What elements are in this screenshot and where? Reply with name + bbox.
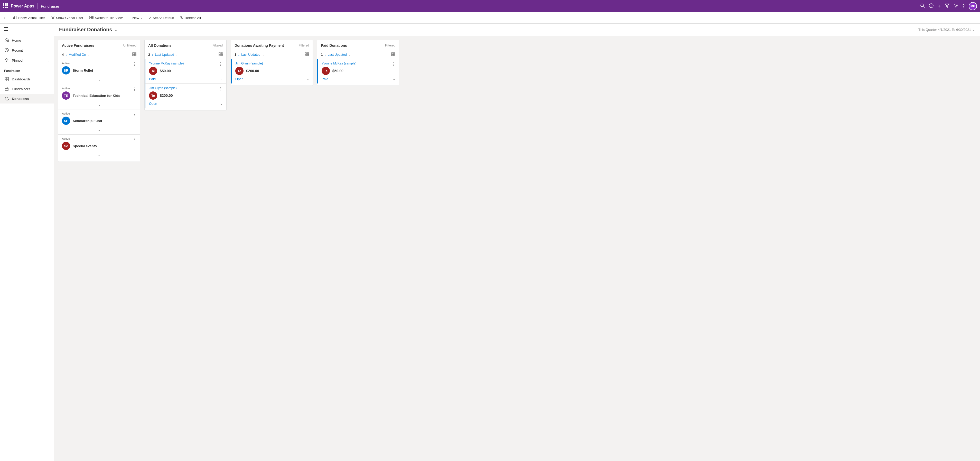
donation-donor-donation-1[interactable]: Yvonne McKay (sample) — [149, 62, 223, 65]
card-status-special-events: Active — [62, 137, 137, 140]
list-item: Yvonne McKay (sample) ⋮ Te $50.00 Paid ⌄ — [317, 59, 399, 83]
card-name-storm-relief[interactable]: Storm Relief — [73, 68, 93, 72]
card-expand-chevron-icon[interactable]: ⌄ — [98, 78, 101, 81]
fundraisers-icon — [4, 86, 9, 91]
donation-status-paid-1[interactable]: Paid — [321, 77, 328, 81]
question-icon[interactable]: ? — [962, 4, 964, 8]
set-as-default-button[interactable]: ✓ Set As Default — [146, 14, 177, 21]
cards-all-donations: Yvonne McKay (sample) ⋮ Te $50.00 Paid ⌄… — [145, 59, 226, 110]
sidebar-item-recent[interactable]: Recent ⌄ — [0, 46, 54, 56]
sort-label-active-fundraisers[interactable]: Modified On — [68, 53, 86, 57]
chart-icon — [13, 16, 17, 20]
card-body-donation-2: Te $200.00 — [149, 91, 223, 100]
donation-status-row-donation-1: Paid ⌄ — [149, 77, 223, 81]
card-name-scholarship-fund[interactable]: Scholarship Fund — [73, 119, 102, 123]
donation-expand-icon[interactable]: ⌄ — [307, 77, 309, 81]
top-bar: Power Apps Fundraiser ? + ? MP — [0, 0, 980, 12]
donation-donor-paid-1[interactable]: Yvonne McKay (sample) — [321, 62, 395, 65]
svg-rect-8 — [6, 7, 8, 8]
card-more-icon[interactable]: ⋮ — [132, 62, 137, 67]
sort-down-arrow-icon[interactable]: ↓ — [238, 52, 240, 57]
sidebar-item-pinned[interactable]: Pinned ⌄ — [0, 56, 54, 65]
show-global-filter-button[interactable]: Show Global Filter — [49, 14, 86, 22]
kanban-col-donations-awaiting-payment: Donations Awaiting Payment Filtered 1 ↓ … — [231, 40, 313, 86]
donation-status-awaiting-1[interactable]: Open — [235, 77, 243, 81]
svg-rect-19 — [90, 16, 91, 17]
card-expand-row: ⌄ — [62, 127, 137, 132]
card-more-icon[interactable]: ⋮ — [219, 86, 223, 91]
card-more-icon[interactable]: ⋮ — [219, 62, 223, 67]
sort-chevron-icon: ⌄ — [262, 53, 264, 56]
card-more-icon[interactable]: ⋮ — [132, 87, 137, 92]
cards-paid-donations: Yvonne McKay (sample) ⋮ Te $50.00 Paid ⌄ — [317, 59, 399, 86]
list-item: Active ⋮ SR Storm Relief ⌄ — [58, 59, 140, 84]
refresh-all-button[interactable]: ↻ Refresh All — [178, 14, 204, 22]
donation-status-donation-2[interactable]: Open — [149, 102, 157, 106]
svg-rect-6 — [3, 7, 4, 8]
sidebar-item-dashboards[interactable]: Dashboards — [0, 74, 54, 84]
svg-rect-1 — [5, 3, 6, 5]
svg-rect-36 — [132, 54, 134, 56]
settings-icon[interactable] — [953, 3, 958, 9]
waffle-icon[interactable] — [3, 3, 8, 9]
page-title-row: Fundraiser Donations ⌄ — [59, 27, 118, 33]
col-title-paid-donations: Paid Donations — [321, 43, 347, 48]
sort-view-icon[interactable] — [219, 52, 223, 57]
cards-active-fundraisers: Active ⋮ SR Storm Relief ⌄ Active ⋮ TE T… — [58, 59, 140, 162]
date-filter[interactable]: This Quarter 4/1/2021 To 6/30/2021 ⌄ — [918, 28, 975, 32]
card-name-tech-ed-kids[interactable]: Technical Education for Kids — [73, 94, 120, 98]
plus-icon[interactable]: + — [938, 3, 941, 9]
recent-label: Recent — [12, 49, 23, 52]
filter-icon[interactable] — [945, 3, 950, 9]
user-avatar[interactable]: MP — [969, 2, 977, 10]
card-more-icon[interactable]: ⋮ — [132, 137, 137, 142]
sidebar-item-fundraisers[interactable]: Fundraisers — [0, 84, 54, 94]
donation-donor-awaiting-1[interactable]: Jim Glynn (sample) — [235, 62, 309, 65]
card-status-scholarship-fund: Active — [62, 112, 137, 115]
sort-label-paid-donations[interactable]: Last Updated — [328, 53, 347, 57]
page-title-dropdown-icon[interactable]: ⌄ — [114, 28, 118, 32]
donation-status-donation-1[interactable]: Paid — [149, 77, 156, 81]
sort-view-icon[interactable] — [132, 52, 137, 57]
sort-label-donations-awaiting-payment[interactable]: Last Updated — [241, 53, 260, 57]
card-more-icon[interactable]: ⋮ — [132, 112, 137, 117]
svg-rect-46 — [221, 56, 223, 56]
hamburger-icon[interactable] — [0, 24, 54, 35]
col-title-donations-awaiting-payment: Donations Awaiting Payment — [234, 43, 284, 48]
sort-view-icon[interactable] — [305, 52, 309, 57]
card-body-tech-ed-kids: TE Technical Education for Kids — [62, 91, 137, 100]
card-more-icon[interactable]: ⋮ — [391, 62, 395, 67]
new-button[interactable]: + New ⌄ — [126, 14, 145, 22]
sort-down-arrow-icon[interactable]: ↓ — [65, 52, 67, 57]
kanban-col-paid-donations: Paid Donations Filtered 1 ↓ Last Updated… — [317, 40, 399, 86]
card-name-special-events[interactable]: Special events — [73, 144, 97, 148]
sort-down-arrow-icon[interactable]: ↓ — [324, 52, 326, 57]
donation-expand-icon[interactable]: ⌄ — [220, 77, 223, 81]
show-visual-filter-button[interactable]: Show Visual Filter — [10, 14, 48, 22]
donation-amount-paid-1: $50.00 — [332, 69, 344, 73]
card-expand-row: ⌄ — [62, 152, 137, 157]
sort-view-icon[interactable] — [391, 52, 395, 57]
card-expand-chevron-icon[interactable]: ⌄ — [98, 103, 101, 107]
pinned-label: Pinned — [12, 59, 22, 62]
search-icon[interactable] — [920, 3, 925, 9]
switch-tile-view-button[interactable]: Switch to Tile View — [87, 14, 125, 22]
sort-label-all-donations[interactable]: Last Updated — [155, 53, 174, 57]
donation-expand-icon[interactable]: ⌄ — [393, 77, 395, 81]
sidebar-item-home[interactable]: Home — [0, 35, 54, 46]
card-expand-chevron-icon[interactable]: ⌄ — [98, 153, 101, 157]
svg-rect-3 — [3, 5, 4, 6]
card-expand-chevron-icon[interactable]: ⌄ — [98, 128, 101, 132]
card-avatar-scholarship-fund: SF — [62, 117, 70, 125]
donation-donor-donation-2[interactable]: Jim Glynn (sample) — [149, 86, 223, 90]
col-count-donations-awaiting-payment: 1 — [234, 52, 236, 57]
cards-donations-awaiting-payment: Jim Glynn (sample) ⋮ Te $200.00 Open ⌄ — [231, 59, 313, 86]
sort-down-arrow-icon[interactable]: ↓ — [151, 52, 153, 57]
sidebar-item-donations[interactable]: Donations — [0, 94, 54, 103]
svg-rect-5 — [6, 5, 8, 6]
card-more-icon[interactable]: ⋮ — [305, 62, 309, 67]
back-button[interactable]: ← — [3, 16, 7, 20]
svg-rect-21 — [91, 17, 93, 17]
help-icon[interactable]: ? — [929, 3, 934, 9]
donation-expand-icon[interactable]: ⌄ — [220, 102, 223, 106]
